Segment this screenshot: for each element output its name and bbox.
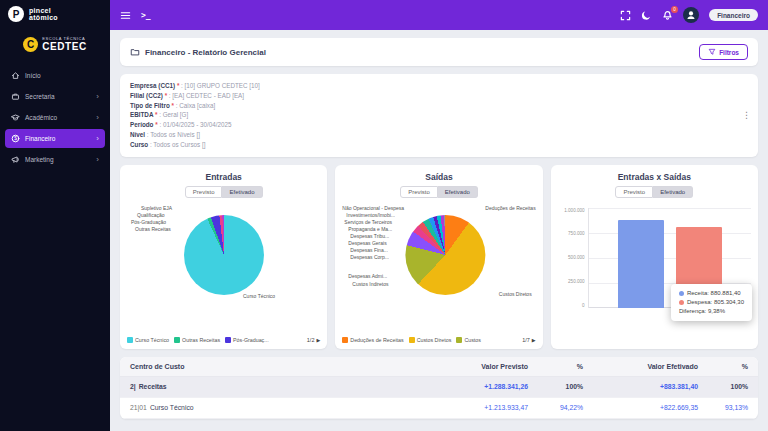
- sidebar-item-academico[interactable]: Acadêmico ›: [5, 108, 105, 127]
- chart-title: Saídas: [342, 172, 535, 182]
- pie-callout: Curso Técnico: [243, 293, 275, 299]
- sidebar-item-financeiro[interactable]: $ Financeiro ›: [5, 129, 105, 148]
- user-avatar[interactable]: [683, 7, 699, 23]
- funnel-icon: [708, 48, 716, 56]
- receita-bar[interactable]: [618, 220, 664, 308]
- briefcase-icon: [11, 92, 20, 101]
- y-axis-ticks: 1.000.000 750.000 500.000 250.000 0: [558, 208, 585, 308]
- legend-next-icon[interactable]: ▶: [532, 337, 536, 343]
- pie-callout: Deduções de Receitas: [485, 205, 535, 211]
- dollar-icon: $: [11, 134, 20, 143]
- previsto-toggle-button[interactable]: Previsto: [185, 186, 223, 198]
- notification-badge: 0: [671, 6, 678, 13]
- legend-swatch: [174, 337, 180, 343]
- page-title: Financeiro - Relatório Gerencial: [145, 48, 266, 57]
- graduation-cap-icon: [11, 113, 20, 122]
- filter-line: Período *01/04/2025 - 30/04/2025: [130, 120, 748, 130]
- pie-chart-area: Supletivo EJA Qualificação Pós-Graduação…: [127, 203, 320, 307]
- table-header: Centro de Custo Valor Previsto % Valor E…: [120, 357, 758, 377]
- chevron-right-icon: ›: [96, 157, 99, 163]
- brand-logo[interactable]: P pincel atômico: [0, 0, 110, 28]
- topbar-right: 0 Financeiro: [620, 7, 758, 23]
- previsto-toggle-button[interactable]: Previsto: [615, 186, 653, 198]
- filter-line: EBITDA *Geral [G]: [130, 110, 748, 120]
- entradas-pie-chart[interactable]: [184, 215, 264, 295]
- folder-icon: [130, 47, 140, 57]
- fullscreen-icon[interactable]: [620, 10, 631, 21]
- menu-toggle-icon[interactable]: [120, 10, 131, 21]
- pie-chart-area: Não Operacional - Despesa Investimentos/…: [342, 203, 535, 307]
- mode-toggle: Previsto Efetivado: [127, 186, 320, 198]
- svg-text:$: $: [14, 136, 17, 141]
- sidebar-menu: Início Secretaria › Acadêmico › $ Financ…: [0, 64, 110, 171]
- table-row[interactable]: 21|01Curso Técnico +1.213.933,47 94,22% …: [120, 398, 758, 419]
- sidebar-item-inicio[interactable]: Início: [5, 66, 105, 85]
- saidas-chart-card: Saídas Previsto Efetivado Não Operaciona…: [335, 165, 542, 349]
- mode-toggle: Previsto Efetivado: [558, 186, 751, 198]
- filter-line: CursoTodos os Cursos []: [130, 140, 748, 150]
- bell-icon[interactable]: 0: [662, 10, 673, 21]
- legend-item[interactable]: Pós-Graduaç...: [225, 337, 269, 343]
- chart-tooltip: Receita: 880.881,40 Despesa: 805.304,30 …: [671, 284, 752, 321]
- topbar-left: >_: [120, 10, 151, 21]
- pie-callout: Despesas Admi...: [348, 273, 387, 279]
- sidebar-item-secretaria[interactable]: Secretaria ›: [5, 87, 105, 106]
- charts-row: Entradas Previsto Efetivado Supletivo EJ…: [120, 165, 758, 349]
- chevron-right-icon: ›: [96, 115, 99, 121]
- legend-swatch: [456, 337, 462, 343]
- legend-next-icon[interactable]: ▶: [316, 337, 320, 343]
- legend-pagination: 1/7▶: [522, 337, 536, 343]
- chart-legend: Deduções de Receitas Custos Diretos Cust…: [342, 337, 535, 343]
- pie-callout: Despesas Tribu...: [350, 233, 389, 239]
- sidebar-item-label: Secretaria: [25, 93, 91, 100]
- pie-callout: Despesas Corp...: [350, 254, 389, 260]
- chevron-right-icon: ›: [96, 94, 99, 100]
- chart-title: Entradas x Saídas: [558, 172, 751, 182]
- saidas-pie-chart[interactable]: [405, 215, 485, 295]
- filter-line: Tipo de Filtro *Caixa [caixa]: [130, 101, 748, 111]
- efetivado-toggle-button[interactable]: Efetivado: [222, 186, 262, 198]
- chevron-right-icon: ›: [96, 136, 99, 142]
- home-icon: [11, 71, 20, 80]
- school-logo: C ESCOLA TÉCNICA CEDTEC: [0, 28, 110, 64]
- sidebar-item-label: Início: [25, 72, 99, 79]
- terminal-icon[interactable]: >_: [141, 11, 151, 20]
- table-row[interactable]: 2|Receitas +1.288.341,26 100% +883.381,4…: [120, 377, 758, 398]
- legend-swatch: [225, 337, 231, 343]
- efetivado-toggle-button[interactable]: Efetivado: [653, 186, 693, 198]
- kebab-menu-icon[interactable]: ⋮: [742, 110, 751, 120]
- moon-icon[interactable]: [641, 10, 652, 21]
- sidebar-item-marketing[interactable]: Marketing ›: [5, 150, 105, 169]
- legend-item[interactable]: Outras Receitas: [174, 337, 220, 343]
- brand-name: pincel atômico: [29, 7, 58, 22]
- despesa-dot: [679, 300, 684, 305]
- pie-callout: Supletivo EJA: [141, 205, 172, 211]
- page-header-left: Financeiro - Relatório Gerencial: [130, 47, 266, 57]
- user-role-pill[interactable]: Financeiro: [709, 9, 758, 21]
- legend-swatch: [342, 337, 348, 343]
- filter-line: NívelTodos os Níveis []: [130, 130, 748, 140]
- legend-swatch: [127, 337, 133, 343]
- pincel-atomico-logo-icon: P: [8, 6, 24, 22]
- receita-dot: [679, 291, 684, 296]
- pie-callout: Pós-Graduação: [131, 219, 166, 225]
- legend-item[interactable]: Custos: [456, 337, 481, 343]
- chart-legend: Curso Técnico Outras Receitas Pós-Gradua…: [127, 337, 320, 343]
- pie-callout: Qualificação: [137, 212, 165, 218]
- filters-button-label: Filtros: [719, 49, 739, 56]
- main-content: Financeiro - Relatório Gerencial Filtros…: [110, 30, 768, 431]
- megaphone-icon: [11, 155, 20, 164]
- legend-pagination: 1/2▶: [307, 337, 321, 343]
- efetivado-toggle-button[interactable]: Efetivado: [438, 186, 478, 198]
- cost-center-table: Centro de Custo Valor Previsto % Valor E…: [120, 357, 758, 419]
- pie-callout: Não Operacional - Despesa: [342, 205, 404, 211]
- sidebar-item-label: Acadêmico: [25, 114, 91, 121]
- filters-button[interactable]: Filtros: [699, 44, 748, 60]
- legend-item[interactable]: Curso Técnico: [127, 337, 169, 343]
- entradas-saidas-chart-card: Entradas x Saídas Previsto Efetivado 1.0…: [551, 165, 758, 349]
- app: P pincel atômico C ESCOLA TÉCNICA CEDTEC…: [0, 0, 768, 431]
- legend-item[interactable]: Custos Diretos: [409, 337, 452, 343]
- legend-item[interactable]: Deduções de Receitas: [342, 337, 403, 343]
- previsto-toggle-button[interactable]: Previsto: [400, 186, 438, 198]
- filter-line: Filial (CC2) *[EA] CEDTEC - EAD [EA]: [130, 91, 748, 101]
